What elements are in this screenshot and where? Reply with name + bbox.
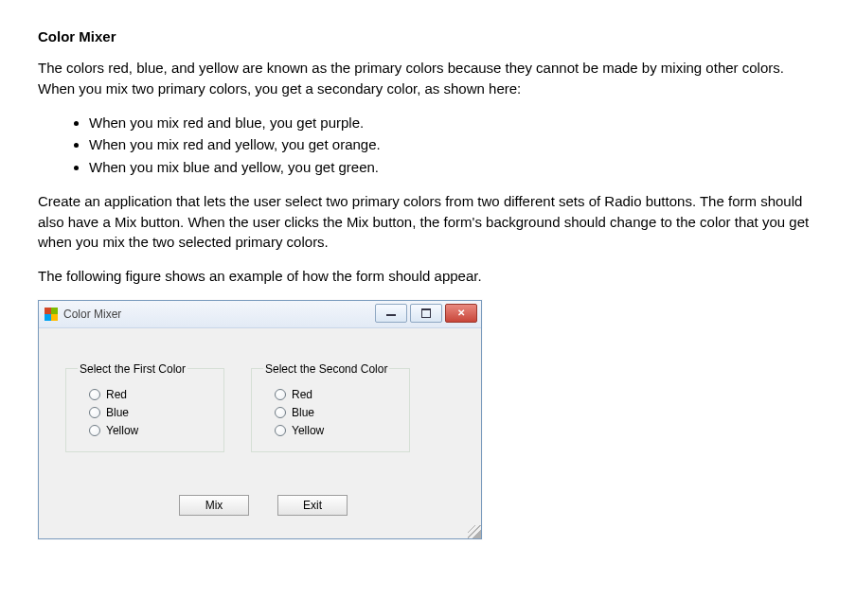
minimize-icon (386, 314, 396, 316)
group-first-color: Select the First Color Red Blue Yellow (65, 362, 224, 452)
radio-icon (89, 389, 100, 400)
radio-second-blue[interactable]: Blue (275, 406, 398, 419)
form-body: Select the First Color Red Blue Yellow S… (39, 328, 481, 538)
doc-bullet-list: When you mix red and blue, you get purpl… (38, 113, 818, 178)
minimize-button[interactable] (375, 304, 407, 323)
resize-grip-icon[interactable] (468, 525, 481, 538)
doc-title: Color Mixer (38, 28, 818, 44)
radio-second-yellow[interactable]: Yellow (275, 424, 398, 437)
group-second-color: Select the Second Color Red Blue Yellow (251, 362, 410, 452)
close-button[interactable]: ✕ (445, 304, 477, 323)
radio-first-blue[interactable]: Blue (89, 406, 212, 419)
window-controls: ✕ (375, 304, 477, 323)
maximize-icon (421, 308, 431, 318)
doc-paragraph-3: The following figure shows an example of… (38, 266, 818, 287)
window-titlebar[interactable]: Color Mixer ✕ (39, 301, 481, 328)
button-row: Mix Exit (39, 495, 481, 516)
group-first-color-legend: Select the First Color (78, 362, 187, 376)
doc-paragraph-2: Create an application that lets the user… (38, 191, 818, 253)
radio-label: Red (292, 388, 312, 401)
radio-icon (275, 407, 286, 418)
radio-icon (275, 425, 286, 436)
mix-button[interactable]: Mix (179, 495, 249, 516)
radio-icon (275, 389, 286, 400)
radio-second-red[interactable]: Red (275, 388, 398, 401)
radio-first-red[interactable]: Red (89, 388, 212, 401)
list-item: When you mix red and blue, you get purpl… (89, 113, 818, 133)
radio-label: Yellow (106, 424, 138, 437)
list-item: When you mix red and yellow, you get ora… (89, 134, 818, 155)
app-window: Color Mixer ✕ Select the First Color Red… (38, 300, 482, 539)
app-icon (45, 308, 58, 321)
group-second-color-legend: Select the Second Color (263, 362, 389, 376)
window-title: Color Mixer (63, 308, 121, 321)
radio-label: Red (106, 388, 127, 401)
close-icon: ✕ (457, 308, 465, 318)
doc-paragraph-1: The colors red, blue, and yellow are kno… (38, 58, 818, 99)
radio-label: Blue (106, 406, 129, 419)
radio-icon (89, 407, 100, 418)
list-item: When you mix blue and yellow, you get gr… (89, 157, 818, 178)
radio-label: Yellow (292, 424, 324, 437)
exit-button[interactable]: Exit (277, 495, 348, 516)
radio-label: Blue (292, 406, 314, 419)
radio-first-yellow[interactable]: Yellow (89, 424, 212, 437)
maximize-button[interactable] (410, 304, 442, 323)
radio-icon (89, 425, 100, 436)
